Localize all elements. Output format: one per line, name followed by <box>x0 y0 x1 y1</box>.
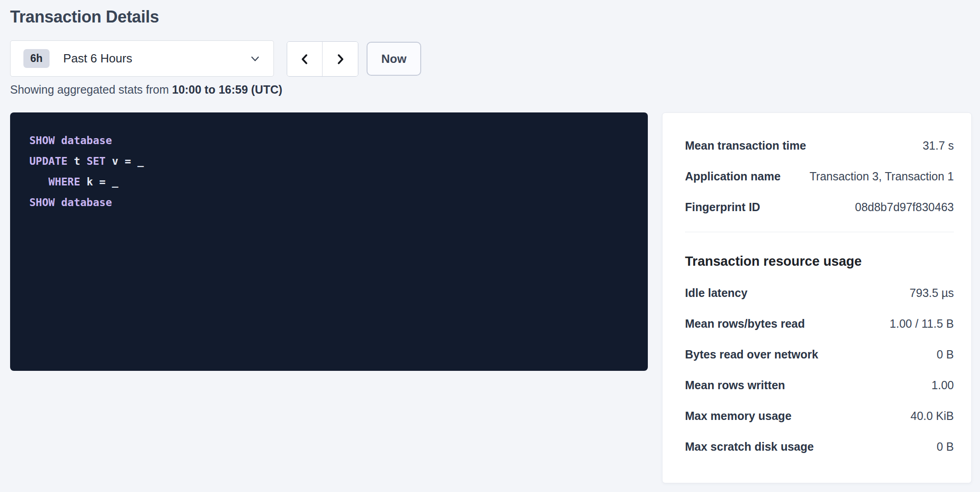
detail-row: Bytes read over network 0 B <box>685 348 954 360</box>
chevron-left-icon <box>298 52 312 66</box>
detail-value: 31.7 s <box>923 140 954 151</box>
aggregation-summary-prefix: Showing aggregated stats from <box>10 83 172 96</box>
time-range-dropdown[interactable]: 6h Past 6 Hours <box>10 40 274 77</box>
chevron-down-icon <box>250 53 261 64</box>
aggregation-summary-range: 10:00 to 16:59 (UTC) <box>172 83 282 96</box>
detail-label: Idle latency <box>685 287 757 299</box>
time-range-badge: 6h <box>23 49 50 68</box>
detail-label: Bytes read over network <box>685 348 827 360</box>
sql-keyword-token: SHOW database <box>29 134 112 146</box>
detail-value: 793.5 µs <box>910 287 954 299</box>
detail-row: Max memory usage 40.0 KiB <box>685 410 954 422</box>
aggregation-summary: Showing aggregated stats from 10:00 to 1… <box>10 83 282 96</box>
detail-row: Fingerprint ID 08d8b7d97f830463 <box>685 201 954 213</box>
detail-row: Mean rows/bytes read 1.00 / 11.5 B <box>685 318 954 330</box>
sql-plain-token: k = _ <box>80 176 118 188</box>
detail-value: 40.0 KiB <box>910 410 954 422</box>
sql-plain-token <box>29 176 49 188</box>
page-title: Transaction Details <box>10 7 159 27</box>
time-range-label: Past 6 Hours <box>63 51 132 66</box>
detail-row: Max scratch disk usage 0 B <box>685 441 954 453</box>
detail-label: Application name <box>685 170 790 182</box>
time-controls: 6h Past 6 Hours Now <box>10 40 421 77</box>
detail-label: Mean rows/bytes read <box>685 318 814 330</box>
detail-row: Idle latency 793.5 µs <box>685 287 954 299</box>
sql-plain-token: v = _ <box>106 155 144 167</box>
detail-value: 0 B <box>936 441 954 453</box>
detail-value: Transaction 3, Transaction 1 <box>809 170 954 182</box>
detail-value: 1.00 <box>931 379 954 391</box>
sql-plain-token: t <box>67 155 87 167</box>
chevron-right-icon <box>334 52 347 66</box>
detail-label: Max memory usage <box>685 410 801 422</box>
transaction-details-card: Mean transaction time 31.7 s Application… <box>662 112 972 483</box>
next-interval-button[interactable] <box>323 42 358 76</box>
sql-keyword-token: WHERE <box>49 176 80 188</box>
now-button[interactable]: Now <box>367 42 421 76</box>
detail-label: Mean transaction time <box>685 140 815 151</box>
card-divider <box>685 232 954 232</box>
sql-keyword-token: SHOW database <box>29 196 112 208</box>
sql-keyword-token: SET <box>87 155 106 167</box>
detail-label: Mean rows written <box>685 379 794 391</box>
time-step-button-group <box>287 41 358 77</box>
detail-value: 1.00 / 11.5 B <box>890 318 954 330</box>
detail-value: 08d8b7d97f830463 <box>855 201 954 213</box>
detail-row: Application name Transaction 3, Transact… <box>685 170 954 182</box>
detail-row: Mean transaction time 31.7 s <box>685 140 954 151</box>
detail-value: 0 B <box>936 348 954 360</box>
detail-label: Max scratch disk usage <box>685 441 823 453</box>
detail-row: Mean rows written 1.00 <box>685 379 954 391</box>
resource-usage-heading: Transaction resource usage <box>685 253 954 269</box>
sql-statement-text: SHOW database UPDATE t SET v = _ WHERE k… <box>10 112 648 231</box>
detail-label: Fingerprint ID <box>685 201 769 213</box>
prev-interval-button[interactable] <box>287 42 323 76</box>
sql-statement-box: SHOW database UPDATE t SET v = _ WHERE k… <box>10 112 648 371</box>
sql-keyword-token: UPDATE <box>29 155 67 167</box>
